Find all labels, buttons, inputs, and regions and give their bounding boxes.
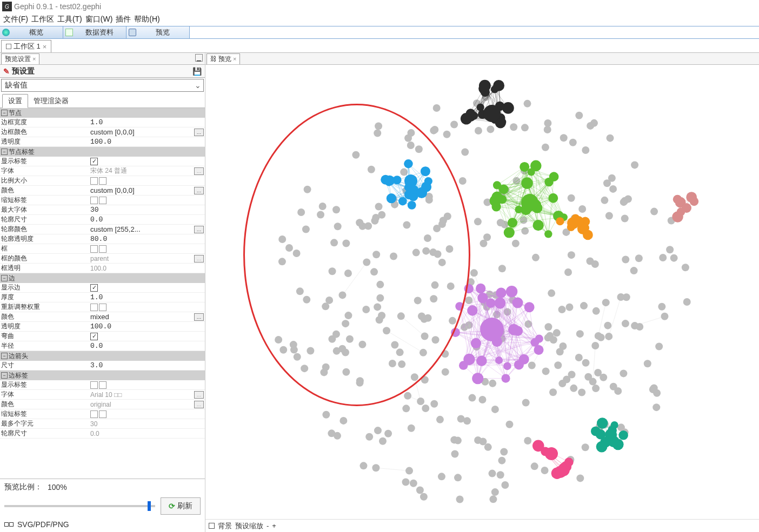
menu-tools[interactable]: 工具(T) (57, 15, 82, 24)
menu-window[interactable]: 窗口(W) (85, 15, 113, 24)
more-button[interactable]: … (194, 167, 204, 175)
prop-outline-opacity[interactable]: 80.0 (89, 235, 205, 243)
menu-plugins[interactable]: 插件 (116, 15, 131, 24)
close-icon[interactable]: × (43, 43, 47, 51)
prop-shorten-edgelabel[interactable] (89, 410, 205, 418)
more-button[interactable]: … (194, 129, 204, 136)
refresh-icon: ⟳ (169, 502, 175, 510)
workspace-tab-1[interactable]: 工作区 1 × (1, 40, 51, 52)
svg-point-248 (422, 247, 430, 255)
prop-border-width[interactable]: 1.0 (89, 118, 205, 126)
prop-nodelabel-color[interactable]: custom [0,0,0]… (89, 186, 205, 194)
more-button[interactable]: … (194, 313, 204, 321)
svg-point-916 (512, 298, 523, 308)
menu-file[interactable]: 文件(F) (3, 15, 28, 24)
prop-edgelabel-font[interactable]: Arial 10 □□… (89, 391, 205, 399)
prop-box-opacity[interactable]: 100.0 (89, 265, 205, 272)
svg-point-91 (358, 341, 366, 348)
close-icon[interactable]: × (233, 56, 236, 62)
background-checkbox[interactable] (209, 523, 215, 529)
zoom-in-button[interactable]: + (272, 522, 276, 530)
prop-show-edgelabel[interactable] (89, 381, 205, 389)
svg-point-81 (344, 312, 352, 319)
more-button[interactable]: … (194, 255, 204, 262)
prop-proportional[interactable] (89, 177, 205, 185)
svg-point-145 (457, 415, 465, 423)
prop-el-outline-size[interactable]: 0.0 (89, 430, 205, 437)
refresh-button[interactable]: ⟳刷新 (161, 497, 201, 515)
section-node[interactable]: −节点 (0, 108, 205, 118)
svg-point-110 (275, 336, 282, 344)
zoom-out-button[interactable]: - (267, 522, 269, 530)
prop-edge-color[interactable]: mixed… (89, 313, 205, 321)
prop-rescale[interactable] (89, 304, 205, 311)
more-button[interactable]: … (194, 226, 204, 233)
export-button[interactable]: SVG/PDF/PNG (17, 520, 69, 529)
prop-box-color[interactable]: parent… (89, 255, 205, 262)
svg-point-904 (524, 302, 535, 312)
menu-help[interactable]: 帮助(H) (134, 15, 159, 24)
more-button[interactable]: … (194, 401, 204, 408)
reset-zoom-button[interactable]: 预设缩放 (235, 521, 263, 531)
prop-show-nodelabel[interactable]: ✓ (89, 158, 205, 165)
subtab-settings[interactable]: 设置 (2, 94, 28, 108)
more-button[interactable]: … (194, 391, 204, 399)
preview-canvas[interactable] (205, 65, 759, 519)
svg-point-300 (624, 195, 632, 203)
prop-nodelabel-font[interactable]: 宋体 24 普通… (89, 166, 205, 176)
prop-outline-color[interactable]: custom [255,2...… (89, 225, 205, 233)
svg-point-208 (290, 341, 297, 348)
close-icon[interactable]: × (32, 56, 36, 62)
tab-preview-settings[interactable]: 预览设置 × (1, 53, 39, 64)
prop-shorten[interactable] (89, 197, 205, 204)
prop-show-edge[interactable]: ✓ (89, 284, 205, 292)
prop-box[interactable] (89, 245, 205, 253)
svg-point-139 (631, 161, 638, 169)
menu-bar: 文件(F) 工作区 工具(T) 窗口(W) 插件 帮助(H) (0, 13, 759, 26)
section-edge-label[interactable]: −边标签 (0, 371, 205, 380)
save-icon[interactable]: 💾 (192, 67, 202, 76)
prop-outline-size[interactable]: 0.0 (89, 216, 205, 224)
svg-point-895 (455, 302, 464, 311)
perspective-datalab[interactable]: 数据资料 (63, 26, 126, 38)
svg-point-138 (498, 457, 505, 464)
prop-maxfont[interactable]: 30 (89, 206, 205, 214)
prop-radius[interactable]: 0.0 (89, 342, 205, 350)
prop-arrow-size[interactable]: 3.0 (89, 361, 205, 369)
svg-point-290 (356, 377, 364, 385)
svg-point-189 (412, 249, 420, 257)
preview-ratio-slider[interactable] (4, 505, 155, 507)
prop-border-color[interactable]: custom [0,0,0]… (89, 128, 205, 136)
prop-node-opacity[interactable]: 100.0 (89, 138, 205, 146)
svg-point-162 (421, 315, 428, 323)
svg-point-104 (630, 267, 638, 274)
perspective-preview[interactable]: 预览 (126, 26, 190, 38)
svg-point-269 (379, 437, 387, 445)
minimize-button[interactable]: ▁ (195, 54, 203, 62)
section-node-label[interactable]: −节点标签 (0, 147, 205, 157)
svg-point-159 (334, 432, 341, 440)
svg-point-202 (332, 331, 340, 338)
svg-point-648 (548, 193, 558, 203)
tab-preview[interactable]: ⛓ 预览 × (207, 53, 240, 64)
svg-point-289 (587, 122, 594, 130)
prop-maxchars[interactable]: 30 (89, 420, 205, 428)
preset-dropdown[interactable]: 缺省值 ⌄ (1, 79, 204, 92)
svg-point-245 (420, 493, 428, 501)
prop-edgelabel-color[interactable]: original… (89, 401, 205, 408)
prop-edge-opacity[interactable]: 100.0 (89, 322, 205, 331)
section-edge[interactable]: −边 (0, 273, 205, 283)
svg-point-55 (505, 421, 513, 428)
svg-point-207 (375, 203, 383, 210)
svg-point-20 (376, 294, 384, 302)
subtab-renderers[interactable]: 管理渲染器 (28, 95, 74, 107)
prop-edge-thickness[interactable]: 1.0 (89, 293, 205, 301)
svg-point-210 (391, 341, 398, 349)
svg-point-194 (325, 297, 333, 304)
more-button[interactable]: … (194, 187, 204, 194)
prop-curved[interactable]: ✓ (89, 333, 205, 340)
perspective-overview[interactable]: 概览 (0, 26, 63, 38)
section-edge-arrow[interactable]: −边箭头 (0, 351, 205, 361)
menu-workspace[interactable]: 工作区 (31, 15, 54, 24)
svg-line-5 (598, 302, 606, 336)
